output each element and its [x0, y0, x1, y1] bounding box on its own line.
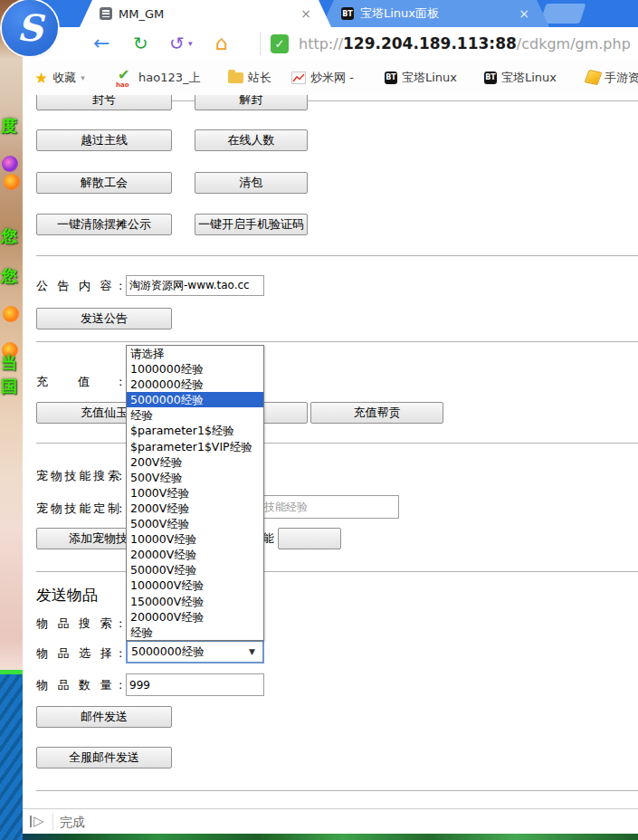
bookmark-label: 宝塔Linux	[402, 70, 457, 86]
hao123-icon: ✔hao	[116, 69, 134, 87]
refresh-icon[interactable]: ↻	[133, 27, 148, 60]
bookmark-favorites[interactable]: ★ 收藏 ▾	[34, 60, 85, 95]
status-divider	[52, 813, 53, 831]
game-text-glyph: 当	[1, 355, 17, 371]
clear-stall-notice-button[interactable]: 一键清除摆摊公示	[36, 214, 172, 235]
dropdown-option[interactable]: 2000V经验	[127, 501, 263, 516]
address-bar[interactable]: http:// 129.204.189.113:88 /cdkgm/gm.php	[299, 27, 631, 60]
tab-baota-panel[interactable]: BT 宝塔Linux面板 ×	[321, 0, 549, 27]
orb-decoration	[3, 306, 19, 322]
sogou-browser-logo[interactable]: S	[2, 0, 58, 56]
dropdown-option[interactable]: 请选择	[127, 346, 263, 361]
send-mail-button[interactable]: 邮件发送	[36, 706, 172, 728]
announcement-input[interactable]	[126, 275, 264, 296]
label-colon: :	[119, 616, 122, 630]
item-select-label: 物品选择	[36, 646, 121, 660]
back-icon[interactable]: ←	[93, 27, 110, 60]
dropdown-option[interactable]: 1000V经验	[127, 485, 263, 501]
dropdown-option[interactable]: 200000V经验	[127, 609, 263, 625]
item-quantity-label: 物品数量	[36, 678, 121, 692]
bookmark-chaomi[interactable]: 炒米网 -	[291, 60, 354, 95]
bookmark-label: 炒米网 -	[310, 70, 354, 86]
game-text-glyph: 您	[1, 268, 17, 284]
screen: 度 您 您 当 国 BT 宝塔Linux面板 × MM_GM × ← ↻ ↺ ▾…	[0, 0, 638, 840]
orb-decoration	[2, 156, 18, 172]
star-icon: ★	[34, 69, 48, 87]
item-quantity-input[interactable]	[126, 673, 264, 696]
item-select-dropdown-list: 请选择1000000经验2000000经验5000000经验经验$paramet…	[126, 345, 264, 641]
item-search-label: 物品搜索	[36, 616, 121, 630]
skip-mainline-button[interactable]: 越过主线	[36, 129, 172, 151]
item-select-value: 5000000经验	[131, 644, 205, 660]
pet-skill-custom-label: 宠物技能定制	[36, 501, 122, 515]
dropdown-option[interactable]: 100000V经验	[127, 578, 263, 593]
skill-exp-input[interactable]	[261, 495, 399, 519]
new-tab-button[interactable]	[539, 4, 586, 24]
label-colon: :	[119, 279, 122, 292]
enable-phone-verify-button[interactable]: 一键开启手机验证码	[195, 214, 308, 235]
disband-guild-button[interactable]: 解散工会	[36, 172, 172, 194]
home-icon[interactable]: ⌂	[215, 27, 228, 60]
bookmark-label: 手游资	[605, 70, 638, 86]
ban-account-button[interactable]: 封号	[36, 95, 172, 110]
online-count-button[interactable]: 在线人数	[195, 129, 308, 151]
dropdown-option[interactable]: 经验	[127, 625, 263, 640]
play-arrow-icon: ▷	[30, 815, 44, 828]
browser-tab-bar: BT 宝塔Linux面板 × MM_GM ×	[23, 0, 638, 27]
gm-panel-page: 封号 解封 越过主线 在线人数 解散工会 清包 一键清除摆摊公示 一键开启手机验…	[23, 95, 638, 808]
tab-title: 宝塔Linux面板	[360, 5, 512, 22]
dropdown-option[interactable]: $parameter1$VIP经验	[127, 439, 263, 454]
dropdown-option[interactable]: 20000V经验	[127, 547, 263, 562]
send-announcement-button[interactable]: 发送公告	[36, 308, 172, 329]
dropdown-option[interactable]: $parameter1$经验	[127, 423, 263, 438]
game-text-glyph: 度	[1, 118, 17, 134]
label-colon: :	[119, 678, 122, 692]
item-select[interactable]: 5000000经验 ▼	[126, 640, 264, 663]
folder-icon	[228, 72, 243, 83]
close-icon[interactable]: ×	[519, 7, 529, 20]
background-window-blue-strip	[0, 674, 23, 840]
bookmark-baota-1[interactable]: BT 宝塔Linux	[385, 60, 457, 95]
label-colon: :	[119, 375, 122, 388]
label-colon: :	[119, 501, 122, 515]
chevron-down-icon: ▾	[81, 73, 85, 82]
dropdown-option[interactable]: 5000V经验	[127, 516, 263, 531]
status-bar: ▷ 完成	[23, 808, 638, 835]
bookmark-hao123[interactable]: ✔hao hao123_上	[116, 60, 200, 95]
dropdown-option[interactable]: 5000000经验	[127, 392, 263, 407]
close-icon[interactable]: ×	[300, 7, 311, 20]
send-item-heading: 发送物品	[36, 585, 98, 606]
bookmark-zhanzhang[interactable]: 站长	[228, 60, 271, 95]
bookmark-baota-2[interactable]: BT 宝塔Linux	[484, 60, 557, 95]
tab-mm-gm[interactable]: MM_GM ×	[80, 0, 331, 27]
dropdown-option[interactable]: 150000V经验	[127, 594, 263, 609]
undo-history-icon[interactable]: ↺	[169, 27, 185, 60]
chevron-down-icon: ▼	[249, 647, 255, 656]
chevron-down-icon[interactable]: ▾	[188, 27, 193, 60]
bookmark-shouyou[interactable]: 手游资	[586, 60, 638, 95]
address-bar-divider	[260, 32, 261, 55]
dropdown-option[interactable]: 经验	[127, 407, 263, 423]
pet-skill-covered-button[interactable]	[278, 528, 341, 549]
game-text-glyph: 国	[1, 378, 17, 395]
send-mail-all-button[interactable]: 全服邮件发送	[36, 747, 172, 768]
unban-account-button[interactable]: 解封	[195, 95, 308, 110]
dropdown-option[interactable]: 2000000经验	[127, 377, 263, 392]
clear-bag-button[interactable]: 清包	[195, 172, 308, 194]
announcement-label: 公告内容	[36, 279, 121, 292]
pet-skill-search-label: 宠物技能搜索	[36, 469, 122, 482]
url-path: /cdkgm/gm.php	[517, 35, 631, 52]
dropdown-option[interactable]: 200V经验	[127, 454, 263, 470]
recharge-label: 充值	[36, 375, 119, 388]
recharge-banggong-button[interactable]: 充值帮贡	[310, 402, 443, 424]
orb-decoration	[4, 174, 20, 190]
line-chart-icon	[291, 72, 306, 84]
dropdown-option[interactable]: 1000000经验	[127, 361, 263, 377]
bookmark-label: hao123_上	[138, 70, 200, 86]
bookmark-label: 宝塔Linux	[501, 70, 557, 86]
dropdown-option[interactable]: 10000V经验	[127, 531, 263, 547]
dropdown-option[interactable]: 500V经验	[127, 470, 263, 485]
bookmark-label: 站长	[248, 70, 271, 86]
dropdown-option[interactable]: 50000V经验	[127, 562, 263, 578]
security-shield-icon[interactable]: ✓	[271, 34, 289, 53]
